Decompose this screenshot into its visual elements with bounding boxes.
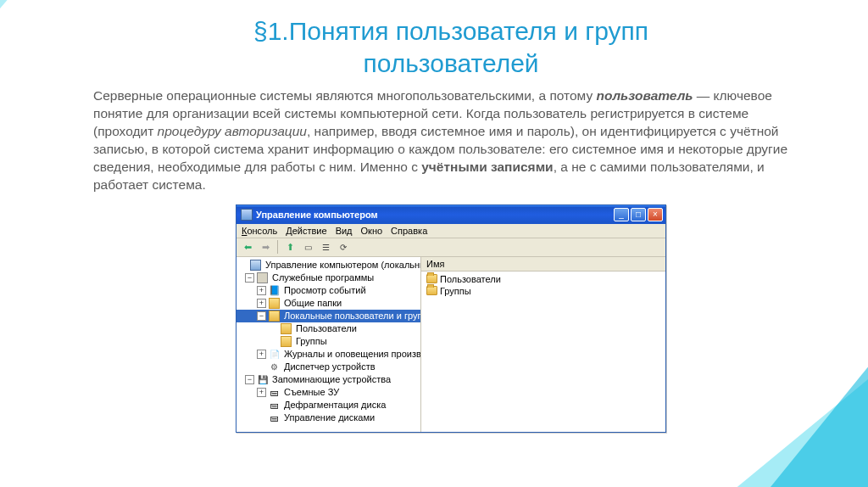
tree-root-label: Управление компьютером (локальным) [264, 259, 421, 271]
slide-content: §1.Понятия пользователя и групп пользова… [0, 0, 868, 433]
slide-paragraph: Серверные операционные системы являются … [93, 87, 809, 194]
list-item-label: Пользователи [440, 274, 501, 284]
expand-icon[interactable]: + [257, 286, 266, 295]
tree-removable-label: Съемные ЗУ [282, 386, 341, 399]
list-column-name[interactable]: Имя [421, 257, 665, 271]
tree-devmgr-label: Диспетчер устройств [282, 361, 377, 373]
para-term-user: пользователь [597, 88, 693, 103]
tree-diskmgmt[interactable]: Управление дисками [236, 411, 420, 424]
eventlog-icon [269, 285, 280, 296]
nav-up-button[interactable] [282, 239, 298, 255]
collapse-icon[interactable]: − [245, 375, 254, 384]
properties-button[interactable] [318, 239, 333, 255]
title-line-2: пользователей [363, 49, 538, 77]
expand-icon[interactable]: + [257, 350, 266, 359]
window-buttons: _ □ × [614, 208, 663, 221]
tree-groups-label: Группы [294, 335, 329, 348]
expand-icon[interactable]: + [257, 388, 266, 397]
tools-icon [257, 272, 268, 283]
tree-diskmgmt-label: Управление дисками [282, 411, 376, 424]
tree-device-manager[interactable]: Диспетчер устройств [236, 361, 420, 373]
para-seg-1: Серверные операционные системы являются … [93, 88, 597, 103]
nav-forward-button[interactable] [258, 239, 273, 255]
menu-help[interactable]: Справка [391, 226, 427, 236]
slide-title: §1.Понятия пользователя и групп пользова… [93, 15, 809, 79]
folder-icon [281, 323, 292, 334]
minimize-button[interactable]: _ [614, 208, 629, 221]
tree: Управление компьютером (локальным) − Слу… [236, 259, 420, 424]
list-item[interactable]: Пользователи [425, 273, 662, 285]
tree-local-users-label: Локальные пользователи и группы [282, 310, 421, 322]
maximize-button[interactable]: □ [631, 208, 646, 221]
folder-icon [426, 286, 437, 295]
tree-defrag[interactable]: Дефрагментация диска [236, 399, 420, 411]
defrag-icon [269, 400, 280, 411]
mmc-window: Управление компьютером _ □ × Консоль Дей… [236, 204, 666, 433]
title-line-1: §1.Понятия пользователя и групп [253, 17, 648, 45]
list-body: Пользователи Группы [421, 271, 665, 299]
folder-icon [269, 298, 280, 309]
menu-console[interactable]: Консоль [242, 226, 277, 236]
tree-events-label: Просмотр событий [282, 284, 368, 297]
tree-events[interactable]: + Просмотр событий [236, 284, 420, 297]
list-pane: Имя Пользователи Группы [421, 257, 665, 432]
tree-storage-label: Запоминающие устройства [270, 373, 392, 386]
refresh-button[interactable] [336, 239, 351, 255]
tree-perflogs[interactable]: + Журналы и оповещения производитель [236, 348, 420, 361]
list-item[interactable]: Группы [425, 285, 662, 297]
tree-removable[interactable]: + Съемные ЗУ [236, 386, 420, 399]
close-button[interactable]: × [648, 208, 663, 221]
folder-icon [281, 336, 292, 347]
tree-services[interactable]: − Служебные программы [236, 271, 420, 284]
tree-perflogs-label: Журналы и оповещения производитель [282, 348, 421, 361]
tree-shared[interactable]: + Общие папки [236, 297, 420, 310]
tree-groups[interactable]: Группы [236, 335, 420, 348]
tree-pane: Управление компьютером (локальным) − Слу… [236, 257, 421, 432]
tree-local-users-groups[interactable]: − Локальные пользователи и группы [236, 310, 420, 322]
folder-icon [426, 274, 437, 283]
tree-users[interactable]: Пользователи [236, 322, 420, 335]
para-term-accounts: учётными записями [421, 160, 553, 174]
menu-window[interactable]: Окно [361, 226, 383, 236]
window-title: Управление компьютером [256, 210, 614, 220]
window-titlebar[interactable]: Управление компьютером _ □ × [236, 205, 665, 224]
folder-icon [269, 311, 280, 322]
window-content: Управление компьютером (локальным) − Слу… [236, 257, 665, 432]
drive-icon [269, 387, 280, 398]
tree-root[interactable]: Управление компьютером (локальным) [236, 259, 420, 271]
storage-icon [257, 374, 268, 385]
menu-bar: Консоль Действие Вид Окно Справка [236, 224, 665, 238]
menu-view[interactable]: Вид [336, 226, 353, 236]
tree-defrag-label: Дефрагментация диска [282, 399, 387, 411]
collapse-icon[interactable]: − [257, 311, 266, 321]
collapse-icon[interactable]: − [245, 273, 254, 283]
para-term-auth: процедуру авторизации [158, 124, 307, 138]
tree-services-label: Служебные программы [270, 271, 376, 284]
computer-icon [250, 260, 261, 271]
gear-icon [269, 361, 280, 372]
log-icon [269, 349, 280, 360]
window-icon [241, 209, 253, 221]
list-item-label: Группы [440, 286, 471, 296]
expand-icon[interactable]: + [257, 299, 266, 308]
tree-shared-label: Общие папки [282, 297, 343, 310]
show-hide-tree-button[interactable] [300, 239, 315, 255]
toolbar-separator [277, 240, 278, 254]
tree-users-label: Пользователи [294, 322, 359, 335]
toolbar [236, 238, 665, 257]
tree-storage[interactable]: − Запоминающие устройства [236, 373, 420, 386]
nav-back-button[interactable] [240, 239, 255, 255]
disk-icon [269, 412, 280, 423]
menu-action[interactable]: Действие [286, 226, 326, 236]
menu-console-label: онсоль [247, 226, 277, 236]
